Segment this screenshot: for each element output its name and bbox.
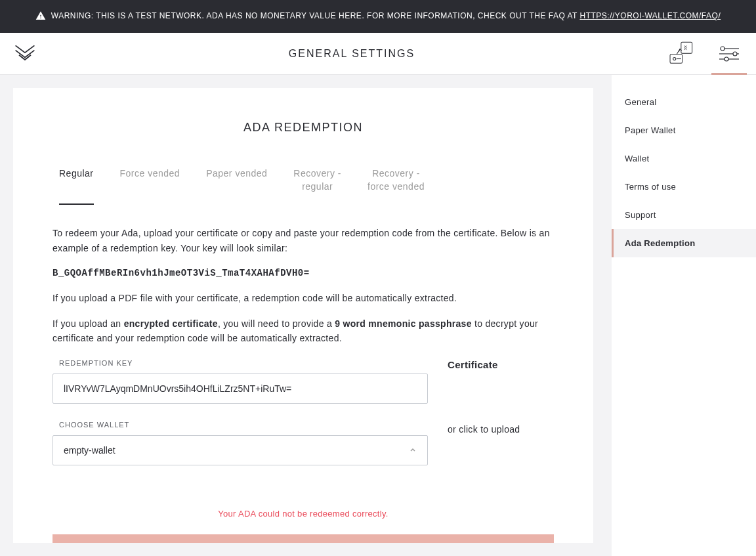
warning-icon [35,11,46,23]
warning-faq-link[interactable]: HTTPS://YOROI-WALLET.COM/FAQ/ [579,11,721,20]
description-encrypted: If you upload an encrypted certificate, … [52,316,554,346]
tab-paper-vended[interactable]: Paper vended [206,167,267,205]
sidebar-item-wallet[interactable]: Wallet [612,144,756,173]
certificate-label: Certificate [448,359,554,370]
redemption-card: ADA REDEMPTION Regular Force vended Pape… [13,88,593,543]
choose-wallet-select[interactable]: empty-wallet [52,435,428,465]
description-intro: To redeem your Ada, upload your certific… [52,226,554,255]
sidebar-item-support[interactable]: Support [612,201,756,229]
sidebar-item-general[interactable]: General [612,88,756,116]
yoroi-logo-icon[interactable] [13,42,37,66]
settings-sidebar: General Paper Wallet Wallet Terms of use… [612,75,756,556]
warning-banner: WARNING: THIS IS A TEST NETWORK. ADA HAS… [0,0,756,33]
app-header: GENERAL SETTINGS [0,33,756,75]
svg-point-2 [673,57,676,60]
page-title: GENERAL SETTINGS [37,48,667,60]
redemption-tabs: Regular Force vended Paper vended Recove… [52,167,554,205]
svg-point-8 [724,57,728,61]
chevron-up-icon [409,445,417,456]
svg-point-3 [721,47,724,51]
sidebar-item-ada-redemption[interactable]: Ada Redemption [612,229,756,257]
wallet-transfer-icon[interactable] [667,40,694,68]
description-pdf: If you upload a PDF file with your certi… [52,291,554,305]
settings-icon[interactable] [715,40,743,68]
svg-point-5 [733,52,737,56]
error-detail-box [52,534,554,543]
choose-wallet-label: CHOOSE WALLET [52,421,428,429]
upload-hint[interactable]: or click to upload [448,424,554,435]
choose-wallet-value: empty-wallet [64,445,116,456]
tab-recovery-force-vended[interactable]: Recovery -force vended [368,167,425,205]
tab-force-vended[interactable]: Force vended [120,167,180,205]
redemption-key-input[interactable] [52,374,428,404]
error-message: Your ADA could not be redeemed correctly… [52,509,554,519]
tab-regular[interactable]: Regular [59,167,94,205]
tab-recovery-regular[interactable]: Recovery -regular [293,167,341,205]
redemption-key-label: REDEMPTION KEY [52,359,428,367]
example-key: B_GQOAffMBeRIn6vh1hJmeOT3ViS_TmaT4XAHAfD… [52,266,554,280]
card-title: ADA REDEMPTION [52,121,554,135]
sidebar-item-paper-wallet[interactable]: Paper Wallet [612,116,756,144]
sidebar-item-terms[interactable]: Terms of use [612,173,756,201]
warning-text: WARNING: THIS IS A TEST NETWORK. ADA HAS… [51,11,580,20]
